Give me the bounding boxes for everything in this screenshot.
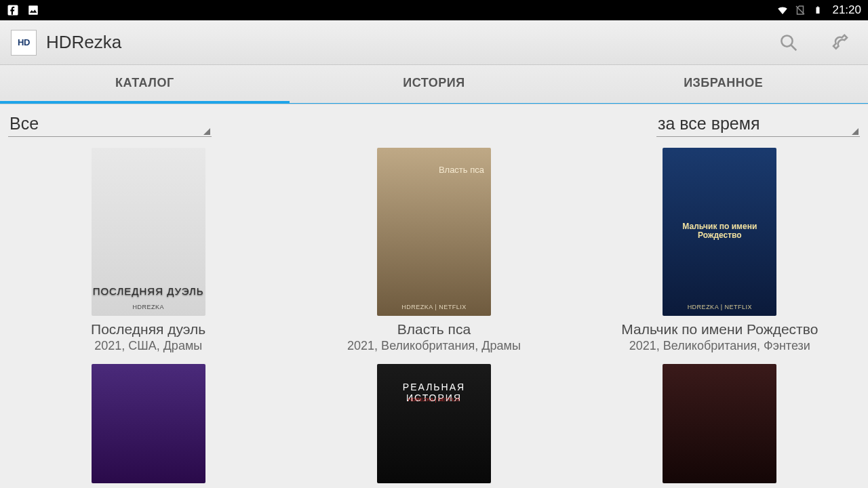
movie-poster [663, 364, 776, 483]
poster-tag: HDREZKA | NETFLIX [663, 304, 776, 310]
filter-row: Все за все время [0, 104, 868, 140]
svg-point-5 [781, 35, 792, 46]
battery-icon [812, 4, 824, 16]
movie-title: Мальчик по имени Рождество [621, 321, 818, 338]
movie-meta: 2021, Великобритания, Драмы [347, 339, 521, 353]
tab-favorites[interactable]: ИЗБРАННОЕ [578, 65, 868, 104]
poster-title: Мальчик по имени Рождество [663, 222, 776, 240]
svg-line-6 [791, 45, 797, 50]
movie-title: Власть пса [397, 321, 471, 338]
android-status-bar: 21:20 [0, 0, 868, 20]
category-filter[interactable]: Все [8, 111, 212, 137]
svg-rect-1 [28, 5, 38, 15]
app-toolbar: HD HDRezka [0, 20, 868, 65]
svg-rect-4 [817, 7, 818, 7]
movie-title: Последняя дуэль [91, 321, 205, 338]
movie-meta: 2021, США, Драмы [94, 339, 202, 353]
tab-catalog[interactable]: КАТАЛОГ [0, 65, 290, 104]
poster-title: Власть пса [439, 165, 484, 175]
clock: 21:20 [832, 3, 861, 17]
period-filter[interactable]: за все время [656, 111, 860, 137]
settings-button[interactable] [829, 33, 849, 53]
movie-grid: ПОСЛЕДНЯЯ ДУЭЛЬ HDREZKA Последняя дуэль … [0, 140, 868, 488]
tab-history[interactable]: ИСТОРИЯ [290, 65, 579, 104]
svg-rect-3 [816, 7, 820, 14]
movie-card[interactable]: Власть пса HDREZKA | NETFLIX Власть пса … [347, 148, 521, 353]
movie-poster: Мальчик по имени Рождество HDREZKA | NET… [663, 148, 776, 316]
wifi-icon [776, 4, 789, 16]
movie-card[interactable] [92, 364, 205, 483]
app-logo: HD [11, 30, 37, 56]
movie-poster [92, 364, 205, 483]
movie-poster: ПОСЛЕДНЯЯ ДУЭЛЬ HDREZKA [92, 148, 205, 316]
movie-card[interactable]: РЕАЛЬНАЯ ИСТОРИЯ HDREZKA | NETFLIX [377, 364, 491, 483]
movie-meta: 2021, Великобритания, Фэнтези [629, 339, 810, 353]
search-button[interactable] [778, 33, 799, 53]
movie-poster: Власть пса HDREZKA | NETFLIX [377, 148, 491, 316]
facebook-icon [7, 4, 19, 16]
poster-tag: HDREZKA | NETFLIX [377, 396, 491, 403]
tab-bar: КАТАЛОГ ИСТОРИЯ ИЗБРАННОЕ [0, 65, 868, 104]
poster-title: ПОСЛЕДНЯЯ ДУЭЛЬ [92, 285, 205, 297]
movie-poster: РЕАЛЬНАЯ ИСТОРИЯ HDREZKA | NETFLIX [377, 364, 491, 483]
no-sim-icon [794, 4, 806, 16]
poster-tag: HDREZKA | NETFLIX [377, 304, 491, 310]
movie-card[interactable] [663, 364, 776, 483]
movie-card[interactable]: Мальчик по имени Рождество HDREZKA | NET… [621, 148, 818, 353]
movie-card[interactable]: ПОСЛЕДНЯЯ ДУЭЛЬ HDREZKA Последняя дуэль … [91, 148, 205, 353]
poster-tag: HDREZKA [92, 304, 205, 310]
gallery-icon [27, 4, 39, 16]
app-title: HDRezka [46, 32, 121, 53]
